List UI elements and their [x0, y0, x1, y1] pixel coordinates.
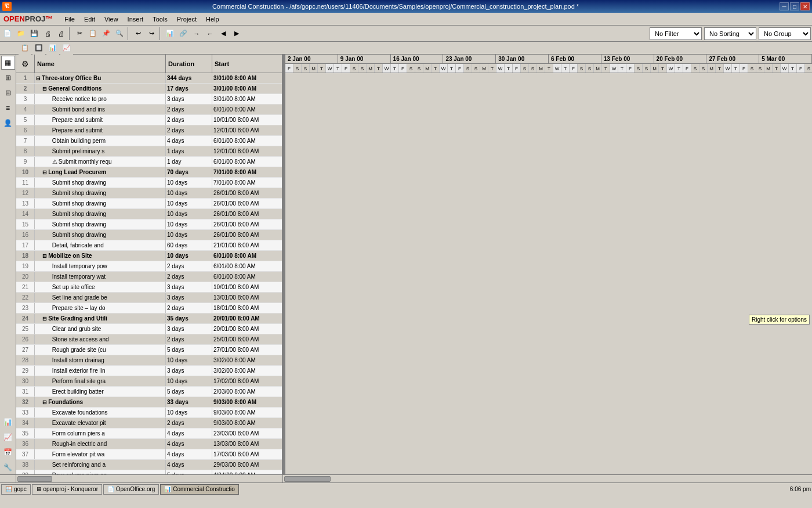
table-row[interactable]: 3 Receive notice to pro3 days3/01/00 8:0…	[16, 94, 282, 105]
task-button[interactable]: 📊	[164, 27, 176, 40]
new-button[interactable]: 📄	[1, 27, 14, 40]
table-row[interactable]: 20 Install temporary wat2 days6/01/00 8:…	[16, 272, 282, 282]
table-row[interactable]: 31 Erect building batter5 days2/03/00 8:…	[16, 387, 282, 397]
taskbar-app-2[interactable]: 📄 OpenOffice.org	[103, 484, 159, 495]
close-button[interactable]: ✕	[800, 2, 810, 10]
table-row[interactable]: 4 Submit bond and ins2 days6/01/00 8:00 …	[16, 105, 282, 115]
taskbar-app-1[interactable]: 🖥 openproj - Konqueror	[32, 484, 102, 495]
paste-button[interactable]: 📌	[100, 27, 113, 40]
table-row[interactable]: 10 ⊟Long Lead Procurem70 days7/01/00 8:0…	[16, 167, 282, 178]
table-row[interactable]: 5 Prepare and submit2 days10/01/00 8:00 …	[16, 115, 282, 125]
table-row[interactable]: 23 Prepare site – lay do2 days18/01/00 8…	[16, 303, 282, 314]
task-name: Excavate elevator pit	[35, 418, 166, 428]
start-button[interactable]: 🪟gopc	[1, 484, 31, 495]
table-row[interactable]: 11 Submit shop drawing10 days7/01/00 8:0…	[16, 178, 282, 188]
table-row[interactable]: 33 Excavate foundations10 days9/03/00 8:…	[16, 408, 282, 418]
table-row[interactable]: 34 Excavate elevator pit2 days9/03/00 8:…	[16, 418, 282, 428]
sidebar-gantt-icon[interactable]: ▦	[1, 56, 15, 70]
sidebar-network-icon[interactable]: ⊞	[1, 71, 15, 85]
group-dropdown[interactable]: No Group	[759, 27, 811, 40]
table-row[interactable]: 30 Perform final site gra10 days17/02/00…	[16, 376, 282, 387]
menu-help[interactable]: Help	[201, 15, 224, 24]
table-row[interactable]: 21 Set up site office3 days10/01/00 8:00…	[16, 282, 282, 293]
minimize-button[interactable]: ─	[780, 2, 789, 10]
sidebar-chart-icon[interactable]: 📊	[1, 415, 15, 429]
pert-view-button[interactable]: 📈	[60, 42, 73, 55]
cut-button[interactable]: ✂	[73, 27, 86, 40]
filter-section: No Filter No Sorting No Group	[650, 27, 811, 40]
open-button[interactable]: 📁	[14, 27, 27, 40]
task-name: ⊟Mobilize on Site	[35, 251, 166, 261]
gantt-day-label: W	[553, 64, 561, 73]
sidebar-report-icon[interactable]: 📈	[1, 430, 15, 444]
table-row[interactable]: 24 ⊟Site Grading and Utili35 days20/01/0…	[16, 314, 282, 324]
sidebar-wbs-icon[interactable]: ⊟	[1, 86, 15, 100]
table-row[interactable]: 35 Form column piers a4 days23/03/00 8:0…	[16, 428, 282, 439]
wbs-view-button[interactable]: 📊	[46, 42, 59, 55]
table-row[interactable]: 32 ⊟Foundations33 days9/03/00 8:00 AM	[16, 397, 282, 408]
table-row[interactable]: 14 Submit shop drawing10 days26/01/00 8:…	[16, 209, 282, 219]
table-row[interactable]: 22 Set line and grade be3 days13/01/00 8…	[16, 293, 282, 303]
sidebar-resource-icon[interactable]: 👤	[1, 116, 15, 130]
task-duration: 10 days	[166, 251, 212, 261]
gantt-day-label: W	[610, 64, 618, 73]
duration-column-header[interactable]: Duration	[166, 55, 212, 73]
table-row[interactable]: 8 Submit preliminary s1 days12/01/00 8:0…	[16, 146, 282, 157]
gantt-view-button[interactable]: 📋	[19, 42, 31, 55]
table-row[interactable]: 13 Submit shop drawing10 days26/01/00 8:…	[16, 199, 282, 209]
table-row[interactable]: 38 Set reinforcing and a4 days29/03/00 8…	[16, 460, 282, 470]
menu-tools[interactable]: Tools	[148, 15, 172, 24]
table-row[interactable]: 1⊟Three-story Office Bu344 days3/01/00 8…	[16, 73, 282, 84]
table-row[interactable]: 12 Submit shop drawing10 days26/01/00 8:…	[16, 188, 282, 199]
menu-project[interactable]: Project	[172, 15, 201, 24]
undo-button[interactable]: ↩	[132, 27, 144, 40]
menu-insert[interactable]: Insert	[123, 15, 148, 24]
table-row[interactable]: 15 Submit shop drawing10 days26/01/00 8:…	[16, 219, 282, 230]
table-row[interactable]: 16 Submit shop drawing10 days26/01/00 8:…	[16, 230, 282, 240]
table-row[interactable]: 7 Obtain building perm4 days6/01/00 8:00…	[16, 136, 282, 146]
sidebar-pert-icon[interactable]: ≡	[1, 101, 15, 115]
row-id: 10	[16, 167, 35, 177]
table-row[interactable]: 25 Clear and grub site3 days20/01/00 8:0…	[16, 324, 282, 334]
scroll-right-button[interactable]: ▶	[230, 27, 243, 40]
table-row[interactable]: 29 Install exterior fire lin3 days3/02/0…	[16, 366, 282, 376]
table-row[interactable]: 18 ⊟Mobilize on Site10 days6/01/00 8:00 …	[16, 251, 282, 261]
maximize-button[interactable]: □	[790, 2, 799, 10]
save-button[interactable]: 💾	[28, 27, 41, 40]
table-row[interactable]: 17 Detail, fabricate and60 days21/01/00 …	[16, 240, 282, 251]
table-row[interactable]: 28 Install storm drainag10 days3/02/00 8…	[16, 355, 282, 366]
sorting-dropdown[interactable]: No Sorting	[704, 27, 756, 40]
table-row[interactable]: 9 ⚠Submit monthly requ1 day6/01/00 8:00 …	[16, 157, 282, 167]
unindent-button[interactable]: ←	[204, 27, 216, 40]
table-row[interactable]: 6 Prepare and submit2 days12/01/00 8:00 …	[16, 125, 282, 136]
table-row[interactable]: 19 Install temporary pow2 days6/01/00 8:…	[16, 261, 282, 272]
name-column-header[interactable]: Name	[35, 55, 166, 73]
network-view-button[interactable]: 🔲	[32, 42, 45, 55]
filter-dropdown[interactable]: No Filter	[650, 27, 702, 40]
gantt-day-label: S	[407, 64, 415, 73]
print-preview-button[interactable]: 🖨	[55, 27, 67, 40]
print-button[interactable]: 🖨	[41, 27, 54, 40]
gantt-day-label: S	[293, 64, 302, 73]
sidebar-filter-icon[interactable]: 🔧	[1, 460, 15, 474]
copy-button[interactable]: 📋	[86, 27, 99, 40]
table-row[interactable]: 39 Pour column piers an5 days4/04/00 8:0…	[16, 470, 282, 474]
menu-view[interactable]: View	[100, 15, 123, 24]
redo-button[interactable]: ↪	[145, 27, 158, 40]
menu-edit[interactable]: Edit	[79, 15, 100, 24]
horizontal-scrollbar[interactable]	[0, 474, 812, 482]
link-button[interactable]: 🔗	[177, 27, 190, 40]
gantt-day-label: T	[716, 64, 724, 73]
table-row[interactable]: 2 ⊟General Conditions17 days3/01/00 8:00…	[16, 84, 282, 94]
scroll-left-button[interactable]: ◀	[217, 27, 230, 40]
table-row[interactable]: 36 Rough-in electric and4 days13/03/00 8…	[16, 439, 282, 449]
table-row[interactable]: 37 Form elevator pit wa4 days17/03/00 8:…	[16, 449, 282, 460]
table-row[interactable]: 26 Stone site access and2 days25/01/00 8…	[16, 334, 282, 345]
start-column-header[interactable]: Start	[212, 55, 282, 73]
table-row[interactable]: 27 Rough grade site (cu5 days27/01/00 8:…	[16, 345, 282, 355]
find-button[interactable]: 🔍	[113, 27, 126, 40]
indent-button[interactable]: →	[190, 27, 203, 40]
sidebar-calendar-icon[interactable]: 📅	[1, 445, 15, 459]
menu-file[interactable]: File	[60, 15, 79, 24]
taskbar-app-3[interactable]: 📊 Commercial Constructio	[160, 484, 238, 495]
